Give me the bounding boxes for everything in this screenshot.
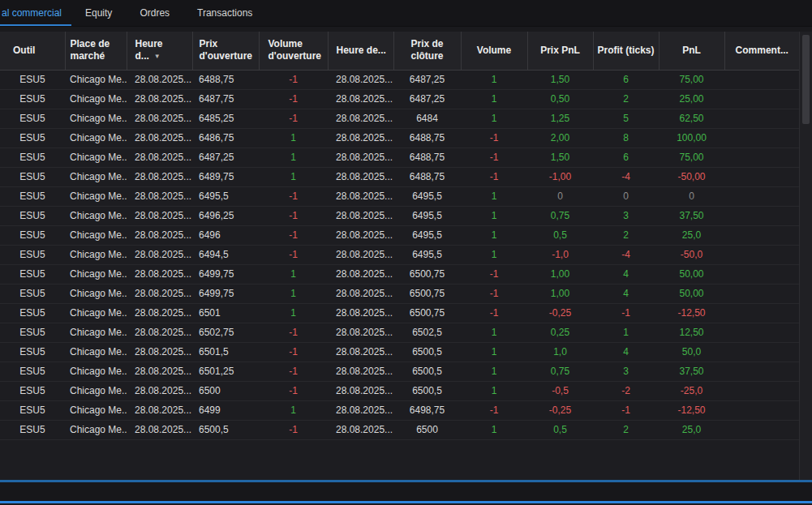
table-row[interactable]: ESU5Chicago Me...28.08.2025...6486,75128…	[0, 128, 799, 148]
column-header-volume-ouverture[interactable]: Volume d'ouverture	[259, 32, 328, 70]
cell-close-time: 28.08.2025...	[328, 206, 393, 225]
cell-instrument: ESU5	[0, 186, 65, 206]
cell-market: Chicago Me...	[65, 70, 127, 89]
cell-instrument: ESU5	[0, 303, 65, 323]
vertical-scrollbar[interactable]	[799, 32, 812, 480]
cell-close-time: 28.08.2025...	[328, 89, 393, 109]
cell-open-volume: -1	[259, 420, 328, 439]
cell-pnl: 62,50	[659, 109, 724, 128]
column-header-outil[interactable]: Outil	[0, 32, 65, 70]
cell-close-time: 28.08.2025...	[328, 342, 393, 362]
tab-ordres[interactable]: Ordres	[126, 0, 183, 26]
table-row[interactable]: ESU5Chicago Me...28.08.2025...6499,75128…	[0, 264, 799, 284]
cell-market: Chicago Me...	[65, 381, 127, 400]
table-row[interactable]: ESU5Chicago Me...28.08.2025...6495,5-128…	[0, 186, 799, 206]
cell-comment	[724, 323, 799, 342]
cell-pnl: 50,00	[659, 264, 724, 284]
column-header-prix-cloture[interactable]: Prix de clôture	[393, 32, 461, 70]
cell-open-volume: 1	[259, 264, 328, 284]
column-header-volume[interactable]: Volume	[461, 32, 527, 70]
transactions-table: Outil Place de marché Heure d...▼ Prix d…	[0, 32, 799, 440]
table-row[interactable]: ESU5Chicago Me...28.08.2025...6500-128.0…	[0, 381, 799, 400]
cell-open-price: 6487,25	[192, 148, 259, 167]
column-header-pnl[interactable]: PnL	[659, 32, 724, 70]
table-row[interactable]: ESU5Chicago Me...28.08.2025...6485,25-12…	[0, 109, 799, 128]
cell-open-time: 28.08.2025...	[127, 400, 192, 420]
cell-comment	[724, 420, 799, 439]
table-row[interactable]: ESU5Chicago Me...28.08.2025...6501128.08…	[0, 303, 799, 323]
cell-market: Chicago Me...	[65, 284, 127, 303]
cell-open-volume: -1	[259, 109, 328, 128]
cell-close-time: 28.08.2025...	[328, 284, 393, 303]
cell-price-pnl: -1,0	[527, 245, 593, 264]
table-row[interactable]: ESU5Chicago Me...28.08.2025...6489,75128…	[0, 167, 799, 186]
cell-close-price: 6495,5	[393, 206, 461, 225]
table-row[interactable]: ESU5Chicago Me...28.08.2025...6488,75-12…	[0, 70, 799, 89]
table-row[interactable]: ESU5Chicago Me...28.08.2025...6501,5-128…	[0, 342, 799, 362]
cell-volume: 1	[461, 225, 527, 245]
cell-price-pnl: 1,00	[527, 264, 593, 284]
cell-market: Chicago Me...	[65, 245, 127, 264]
cell-open-time: 28.08.2025...	[127, 264, 192, 284]
table-row[interactable]: ESU5Chicago Me...28.08.2025...6500,5-128…	[0, 420, 799, 439]
table-row[interactable]: ESU5Chicago Me...28.08.2025...6494,5-128…	[0, 245, 799, 264]
cell-open-volume: -1	[259, 245, 328, 264]
cell-close-price: 6488,75	[393, 167, 461, 186]
tab-equity[interactable]: Equity	[71, 0, 126, 26]
cell-close-price: 6495,5	[393, 245, 461, 264]
cell-open-time: 28.08.2025...	[127, 245, 192, 264]
column-header-heure-cloture[interactable]: Heure de...	[328, 32, 393, 70]
table-row[interactable]: ESU5Chicago Me...28.08.2025...6499128.08…	[0, 400, 799, 420]
cell-open-volume: -1	[259, 323, 328, 342]
cell-comment	[724, 167, 799, 186]
cell-instrument: ESU5	[0, 225, 65, 245]
cell-open-price: 6496	[192, 225, 259, 245]
cell-instrument: ESU5	[0, 245, 65, 264]
tab-journal-commercial[interactable]: al commercial	[0, 0, 71, 26]
cell-market: Chicago Me...	[65, 264, 127, 284]
cell-profit-ticks: 6	[593, 70, 659, 89]
column-header-prix-ouverture[interactable]: Prix d'ouverture	[192, 32, 259, 70]
column-header-comment[interactable]: Comment...	[724, 32, 799, 70]
cell-market: Chicago Me...	[65, 109, 127, 128]
cell-close-price: 6500,5	[393, 381, 461, 400]
cell-open-time: 28.08.2025...	[127, 148, 192, 167]
table-row[interactable]: ESU5Chicago Me...28.08.2025...6496,25-12…	[0, 206, 799, 225]
column-header-prix-pnl[interactable]: Prix PnL	[527, 32, 593, 70]
cell-volume: 1	[461, 89, 527, 109]
cell-instrument: ESU5	[0, 381, 65, 400]
cell-instrument: ESU5	[0, 400, 65, 420]
cell-price-pnl: 0,25	[527, 323, 593, 342]
cell-pnl: -12,50	[659, 400, 724, 420]
cell-open-time: 28.08.2025...	[127, 362, 192, 381]
cell-close-price: 6500,75	[393, 303, 461, 323]
cell-open-price: 6495,5	[192, 186, 259, 206]
scrollbar-thumb[interactable]	[802, 35, 810, 124]
table-row[interactable]: ESU5Chicago Me...28.08.2025...6502,75-12…	[0, 323, 799, 342]
cell-profit-ticks: -4	[593, 245, 659, 264]
cell-pnl: 50,0	[659, 342, 724, 362]
tab-transactions[interactable]: Transactions	[183, 0, 266, 26]
cell-price-pnl: -0,5	[527, 381, 593, 400]
cell-volume: -1	[461, 400, 527, 420]
cell-close-price: 6500,75	[393, 264, 461, 284]
cell-market: Chicago Me...	[65, 89, 127, 109]
table-row[interactable]: ESU5Chicago Me...28.08.2025...6496-128.0…	[0, 225, 799, 245]
column-header-place-de-marche[interactable]: Place de marché	[65, 32, 127, 70]
cell-open-price: 6500,5	[192, 420, 259, 439]
cell-open-volume: 1	[259, 167, 328, 186]
table-row[interactable]: ESU5Chicago Me...28.08.2025...6487,25128…	[0, 148, 799, 167]
cell-open-volume: 1	[259, 128, 328, 148]
cell-open-time: 28.08.2025...	[127, 206, 192, 225]
cell-open-time: 28.08.2025...	[127, 342, 192, 362]
column-header-heure-ouverture[interactable]: Heure d...▼	[127, 32, 192, 70]
table-row[interactable]: ESU5Chicago Me...28.08.2025...6501,25-12…	[0, 362, 799, 381]
cell-open-price: 6500	[192, 381, 259, 400]
cell-market: Chicago Me...	[65, 206, 127, 225]
table-row[interactable]: ESU5Chicago Me...28.08.2025...6499,75128…	[0, 284, 799, 303]
cell-open-time: 28.08.2025...	[127, 323, 192, 342]
column-header-profit-ticks[interactable]: Profit (ticks)	[593, 32, 659, 70]
cell-open-price: 6489,75	[192, 167, 259, 186]
table-row[interactable]: ESU5Chicago Me...28.08.2025...6487,75-12…	[0, 89, 799, 109]
cell-volume: 1	[461, 362, 527, 381]
